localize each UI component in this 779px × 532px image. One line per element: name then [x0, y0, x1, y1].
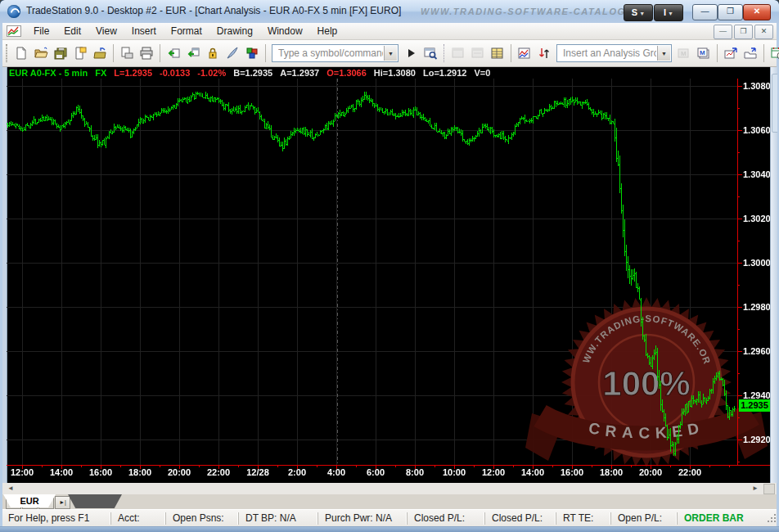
multi-chart-icon[interactable]: M	[694, 43, 714, 63]
window-disabled-2-icon	[468, 43, 488, 63]
print-preview-icon[interactable]	[117, 43, 137, 63]
chart-lines-icon[interactable]	[515, 43, 534, 63]
quote-board-icon[interactable]	[488, 43, 507, 63]
mdi-restore-button[interactable]: ❐	[734, 25, 753, 39]
vertical-scrollbar-thumb[interactable]	[772, 74, 777, 133]
menu-file[interactable]: File	[26, 24, 56, 38]
window-arrow-icon[interactable]	[741, 43, 760, 63]
combo-dropdown-icon[interactable]: ▼	[384, 46, 397, 61]
menu-help[interactable]: Help	[310, 24, 345, 38]
statusbar-dt-bp-n-a: DT BP: N/A	[238, 512, 317, 525]
price-minor-tick	[737, 329, 740, 330]
time-minor-tick	[552, 466, 553, 467]
time-minor-tick	[317, 466, 317, 467]
close-button[interactable]: ✕	[743, 4, 771, 20]
menu-insert[interactable]: Insert	[124, 24, 164, 38]
time-minor-tick	[729, 466, 730, 467]
menu-bar: FileEditViewInsertFormatDrawingWindowHel…	[2, 23, 777, 40]
tab-eur-border	[68, 494, 122, 508]
folder-up-icon[interactable]	[90, 43, 110, 63]
calendar-clock-icon[interactable]	[768, 43, 779, 63]
combo-dropdown-icon[interactable]: ▼	[657, 46, 670, 61]
new-document-icon[interactable]	[11, 43, 31, 63]
save-all-icon[interactable]	[51, 43, 70, 63]
s-dropdown-button[interactable]: S▼	[624, 4, 653, 21]
window-bottom-frame	[0, 526, 779, 532]
statusbar-open-psns: Open Psns:	[165, 512, 238, 525]
maximize-button[interactable]: ❐	[718, 4, 743, 20]
price-tick	[737, 263, 742, 264]
time-minor-tick	[395, 466, 396, 467]
status-field: -1.02%	[197, 68, 226, 78]
tab-last-button[interactable]: ►|	[55, 496, 70, 509]
status-market: FX	[95, 68, 106, 78]
chevron-down-icon: ▼	[668, 11, 673, 16]
toolbar-separator	[113, 44, 114, 62]
resize-grip[interactable]	[766, 514, 776, 524]
mdi-minimize-button[interactable]: —	[714, 25, 732, 39]
time-label: 14:00	[515, 467, 551, 477]
status-field: O=1.3066	[326, 68, 367, 78]
statusbar-rt-te: RT TE:	[556, 512, 610, 525]
title-bar[interactable]: TradeStation 9.0 - Desktop #2 - EUR - [C…	[0, 0, 779, 23]
toolbar-grip[interactable]	[6, 44, 7, 62]
time-minor-tick	[277, 466, 278, 467]
chart-status-line: EUR A0-FX - 5 minFXL=1.2935-0.0133-1.02%…	[9, 68, 505, 78]
time-label: 12:00	[4, 467, 40, 477]
statusbar-purch-pwr-n-a: Purch Pwr: N/A	[317, 512, 407, 525]
status-field: Lo=1.2912	[423, 68, 467, 78]
format-brush-icon[interactable]	[223, 43, 242, 63]
time-label: 6:00	[358, 467, 394, 477]
price-minor-tick	[737, 108, 740, 109]
svg-text:M: M	[681, 50, 687, 57]
price-minor-tick	[737, 285, 740, 286]
sort-updown-icon[interactable]	[534, 43, 554, 63]
go-arrow-icon[interactable]	[401, 43, 421, 63]
vertical-scrollbar[interactable]	[770, 67, 777, 483]
toolbar-separator	[763, 44, 764, 62]
menu-view[interactable]: View	[88, 24, 124, 38]
mdi-window-buttons: —❐✕	[714, 25, 773, 39]
tradestation-window: TradeStation 9.0 - Desktop #2 - EUR - [C…	[0, 0, 779, 532]
price-minor-tick	[737, 462, 740, 462]
status-segments: Acct:Open Psns:DT BP: N/APurch Pwr: N/AC…	[110, 512, 766, 525]
scroll-right-icon[interactable]: ►	[752, 485, 759, 492]
back-window-icon[interactable]	[164, 43, 183, 63]
page-setup-icon[interactable]	[70, 43, 90, 63]
analysis-group-combobox[interactable]: ▼	[556, 44, 672, 62]
print-icon[interactable]	[137, 43, 156, 63]
statusbar-acct: Acct:	[110, 512, 165, 525]
back-window-2-icon[interactable]	[183, 43, 203, 63]
menu-edit[interactable]: Edit	[56, 24, 88, 38]
symbol-lookup-icon[interactable]	[421, 43, 440, 63]
symbol-command-combobox[interactable]: ▼	[272, 44, 399, 62]
minimize-button[interactable]: —	[692, 4, 718, 20]
menu-format[interactable]: Format	[164, 24, 209, 38]
chart-window-arrow-icon[interactable]	[721, 43, 741, 63]
horizontal-scrollbar[interactable]: ◄ ►	[2, 483, 777, 495]
scroll-left-icon[interactable]: ◄	[7, 485, 14, 492]
chart-area[interactable]: WWW.TRADING-SOFTWARE.ORG 100% CRACKED EU…	[2, 67, 777, 483]
tab-eur[interactable]: EUR	[3, 494, 56, 507]
i-dropdown-button[interactable]: I▼	[654, 4, 683, 21]
price-tick	[737, 395, 742, 396]
time-minor-tick	[356, 466, 357, 467]
time-label: 2:00	[279, 467, 315, 477]
toolbar-separator	[444, 44, 445, 62]
lock-icon[interactable]	[203, 43, 223, 63]
time-minor-tick	[709, 466, 710, 467]
mdi-close-button[interactable]: ✕	[754, 25, 773, 39]
time-label: 14:00	[43, 467, 79, 477]
color-shapes-icon[interactable]	[242, 43, 262, 63]
time-label: 16:00	[554, 467, 590, 477]
status-fields: L=1.2935-0.0133-1.02%B=1.2935A=1.2937O=1…	[114, 68, 498, 78]
time-minor-tick	[474, 466, 475, 467]
status-field: -0.0133	[160, 68, 190, 78]
open-folder-icon[interactable]	[31, 43, 51, 63]
status-field: Hi=1.3080	[374, 68, 416, 78]
menu-drawing[interactable]: Drawing	[209, 24, 260, 38]
price-minor-tick	[737, 373, 740, 374]
analysis-group-input[interactable]	[561, 47, 658, 60]
symbol-command-input[interactable]	[277, 47, 385, 60]
menu-window[interactable]: Window	[260, 24, 310, 38]
